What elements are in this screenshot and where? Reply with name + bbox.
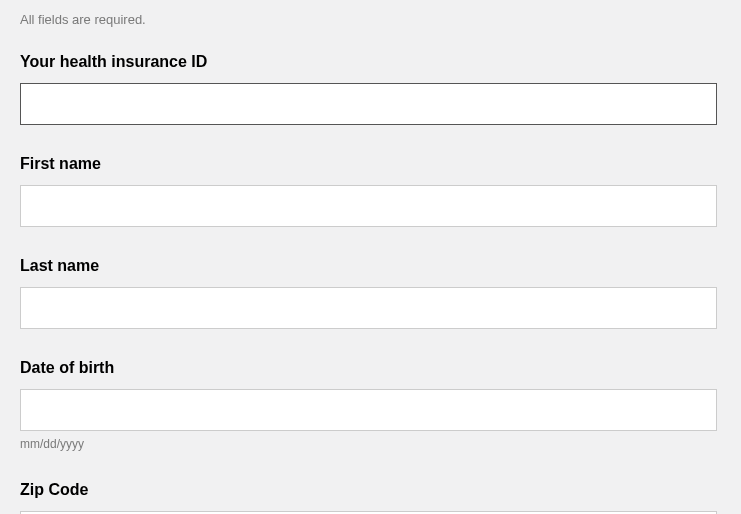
- dob-label: Date of birth: [20, 359, 717, 377]
- insurance-id-label: Your health insurance ID: [20, 53, 717, 71]
- last-name-input[interactable]: [20, 287, 717, 329]
- insurance-id-group: Your health insurance ID: [20, 53, 717, 125]
- first-name-label: First name: [20, 155, 717, 173]
- dob-input[interactable]: [20, 389, 717, 431]
- dob-hint: mm/dd/yyyy: [20, 437, 717, 451]
- zip-group: Zip Code: [20, 481, 717, 514]
- insurance-id-input[interactable]: [20, 83, 717, 125]
- last-name-label: Last name: [20, 257, 717, 275]
- required-fields-note: All fields are required.: [20, 12, 717, 27]
- dob-group: Date of birth mm/dd/yyyy: [20, 359, 717, 451]
- zip-label: Zip Code: [20, 481, 717, 499]
- last-name-group: Last name: [20, 257, 717, 329]
- first-name-input[interactable]: [20, 185, 717, 227]
- first-name-group: First name: [20, 155, 717, 227]
